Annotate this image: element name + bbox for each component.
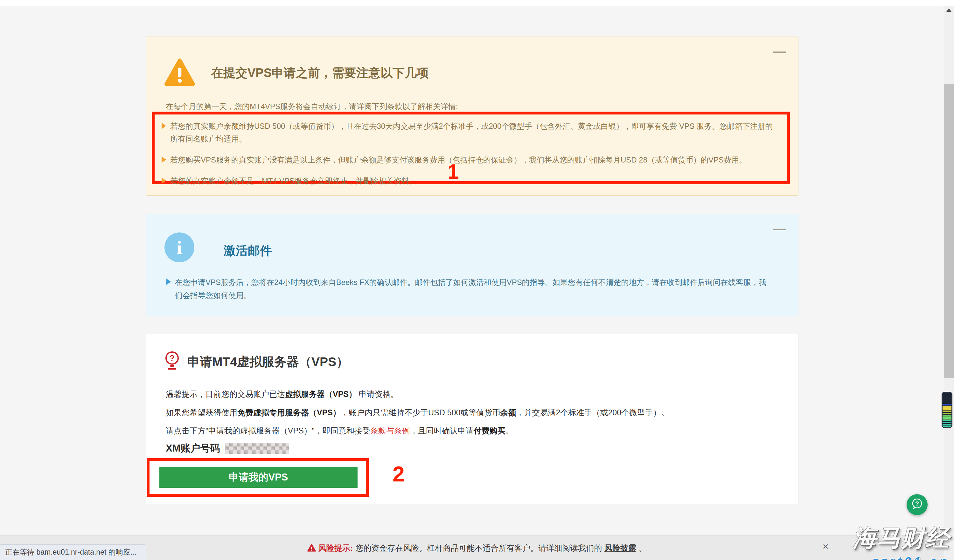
apply-paragraph-2: 如果您希望获得使用免费虚拟专用服务器（VPS），账户内只需维持不少于USD 50… [166,408,669,418]
bullet-arrow-icon [162,156,166,163]
help-button[interactable]: ? [907,494,928,515]
bullet-arrow-icon [166,278,171,285]
bullet-arrow-icon [162,123,166,129]
collapse-icon[interactable] [773,229,786,230]
scrollbar [944,6,954,560]
question-bubble-icon: ? [910,497,924,512]
notice-title: 在提交VPS申请之前，需要注意以下几项 [211,65,429,81]
account-row: XM账户号码 [166,442,289,455]
annotation-number-1: 1 [447,162,459,182]
collapse-icon[interactable] [773,51,786,53]
account-label: XM账户号码 [166,443,220,454]
info-icon: i [164,232,194,262]
stamp-icon: ? [164,351,180,372]
risk-text: 您的资金存在风险。杠杆商品可能不适合所有客户。请详细阅读我们的 [355,543,602,553]
scroll-up-icon[interactable] [946,8,951,12]
svg-text:?: ? [915,500,919,507]
browser-status-tooltip: 正在等待 bam.eu01.nr-data.net 的响应... [0,544,147,560]
scrollbar-thumb[interactable] [944,84,954,378]
apply-paragraph-3: 请点击下方"申请我的虚拟服务器（VPS）"，即同意和接受条款与条例，且同时确认申… [166,425,513,436]
terms-and-conditions-link[interactable]: 条款与条例 [370,426,410,435]
bullet-arrow-icon [162,177,166,184]
annotation-number-2: 2 [393,463,405,485]
risk-triangle-icon [307,543,316,553]
risk-label: 风险提示: [318,543,353,553]
apply-vps-panel: ? 申请MT4虚拟服务器（VPS） 温馨提示，目前您的交易账户已达虚拟服务器（V… [146,334,798,504]
notice-intro: 在每个月的第一天，您的MT4VPS服务将会自动续订，请详阅下列条款以了解相关详情… [166,101,458,112]
account-number-redacted [225,443,289,454]
apply-title: 申请MT4虚拟服务器（VPS） [187,353,349,370]
activation-email-panel: i 激活邮件 在您申请VPS服务后，您将在24小时内收到来自Beeks FX的确… [146,214,798,316]
close-icon[interactable]: × [823,541,829,551]
apply-paragraph-1: 温馨提示，目前您的交易账户已达虚拟服务器（VPS） 申请资格。 [166,389,399,400]
email-title: 激活邮件 [224,243,272,259]
apply-vps-button[interactable]: 申请我的VPS [159,467,357,488]
risk-disclosure-link[interactable]: 风险披露 [605,543,636,553]
right-edge-meter-widget [942,392,952,428]
top-strip [0,0,954,6]
risk-suffix: 。 [639,543,647,553]
email-bullet: 在您申请VPS服务后，您将在24小时内收到来自Beeks FX的确认邮件。邮件包… [166,276,774,302]
warning-triangle-icon [164,58,195,88]
svg-text:?: ? [170,353,175,363]
notice-bullet-1: 若您的真实账户余额维持USD 500（或等值货币），且在过去30天内交易至少满2… [162,120,780,145]
annotation-frame-1: 若您的真实账户余额维持USD 500（或等值货币），且在过去30天内交易至少满2… [152,112,790,184]
notice-bullet-2: 若您购买VPS服务的真实账户没有满足以上条件，但账户余额足够支付该服务费用（包括… [162,154,780,166]
vps-notice-panel: 在提交VPS申请之前，需要注意以下几项 在每个月的第一天，您的MT4VPS服务将… [146,37,798,196]
notice-bullet-3: 若您的真实账户余额不足，MT4 VPS服务会立即终止，并删除相关资料。 [162,174,780,187]
